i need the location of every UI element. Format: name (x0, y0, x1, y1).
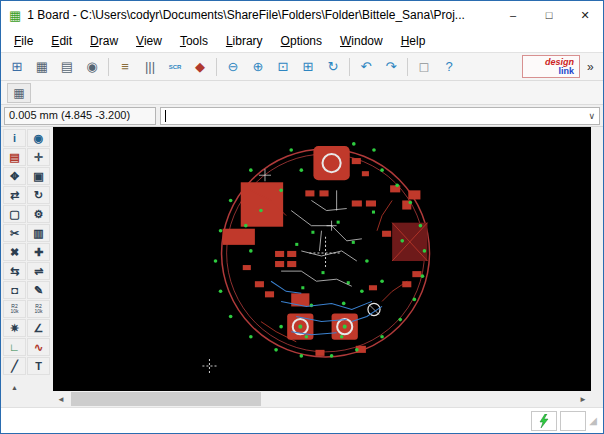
tool-palette: i ◉ ▤ ✛ ✥ ▣ ⇄ ↻ ▢ ⚙ ✂ ▥ ✖ ✚ ⇆ ⇌ ◘ ✎ R2 1… (1, 127, 53, 407)
image-export-icon[interactable]: ◉ (80, 55, 104, 79)
drc-errors-button[interactable] (531, 411, 557, 431)
app-window: ▦ 1 Board - C:\Users\codyr\Documents\Sha… (0, 0, 604, 434)
scrollbar-track[interactable] (69, 391, 575, 407)
coordinate-readout: 0.005 mm (4.845 -3.200) (4, 107, 156, 125)
app-icon: ▦ (9, 8, 21, 23)
lock-icon[interactable]: ◘ (3, 281, 26, 299)
toolbar-overflow-chevron[interactable]: » (581, 59, 599, 75)
value-icon[interactable]: R2 10k (27, 300, 50, 318)
mirror-icon[interactable]: ⇄ (3, 186, 26, 204)
wire-icon[interactable]: ╱ (3, 357, 26, 375)
toolbar-separator (407, 58, 408, 76)
menu-options[interactable]: Options (272, 31, 331, 51)
design-link-line2: link (558, 67, 574, 76)
rotate-icon[interactable]: ↻ (27, 186, 50, 204)
main-area: i ◉ ▤ ✛ ✥ ▣ ⇄ ↻ ▢ ⚙ ✂ ▥ ✖ ✚ ⇆ ⇌ ◘ ✎ R2 1… (1, 127, 603, 407)
add-icon[interactable]: ✚ (27, 243, 50, 261)
secondary-toolbar: ▦ (1, 81, 603, 105)
undo-icon[interactable]: ↶ (354, 55, 378, 79)
menu-view[interactable]: View (127, 31, 171, 51)
ripup-icon[interactable]: ∿ (27, 338, 50, 356)
window-title: 1 Board - C:\Users\codyr\Documents\Share… (27, 8, 495, 22)
columns-icon[interactable]: ||| (138, 55, 162, 79)
name-icon[interactable]: R2 10k (3, 300, 26, 318)
zoom-select-icon[interactable]: ⊞ (296, 55, 320, 79)
main-toolbar: ⊞ ▦ ▤ ◉ ≡ ||| SCR ◆ ⊖ ⊕ ⊡ ⊞ ↻ ↶ ↷ ◻ ? de… (1, 53, 603, 81)
scrollbar-thumb[interactable] (71, 392, 261, 406)
title-bar[interactable]: ▦ 1 Board - C:\Users\codyr\Documents\Sha… (1, 1, 603, 29)
scroll-right-icon[interactable]: ► (575, 391, 591, 407)
menu-draw[interactable]: Draw (81, 31, 127, 51)
scroll-left-icon[interactable]: ◄ (53, 391, 69, 407)
mark-icon[interactable]: ✛ (27, 148, 50, 166)
traces-white (259, 154, 380, 334)
miter-icon[interactable]: ∠ (27, 319, 50, 337)
info-icon[interactable]: i (3, 129, 26, 147)
open-board-icon[interactable]: ⊞ (5, 55, 29, 79)
minimize-button[interactable]: – (495, 1, 531, 29)
move-icon[interactable]: ✥ (3, 167, 26, 185)
route-icon[interactable]: ∟ (3, 338, 26, 356)
copy-icon[interactable]: ▣ (27, 167, 50, 185)
zoom-fit-icon[interactable]: ⊡ (271, 55, 295, 79)
text-caret (165, 110, 166, 122)
toolbar-separator (349, 58, 350, 76)
display-layers-icon[interactable]: ▤ (3, 148, 26, 166)
menu-library[interactable]: Library (217, 31, 272, 51)
pcb-drawing (53, 127, 591, 391)
redo-icon[interactable]: ↷ (379, 55, 403, 79)
menu-file[interactable]: File (5, 31, 42, 51)
resize-grip[interactable]: ◢ (589, 415, 597, 426)
zoom-out-icon[interactable]: ⊖ (221, 55, 245, 79)
replace-icon[interactable]: ⇌ (27, 262, 50, 280)
change-icon[interactable]: ⚙ (27, 205, 50, 223)
show-icon[interactable]: ◉ (27, 129, 50, 147)
coordinate-bar: 0.005 mm (4.845 -3.200) ∨ (1, 105, 603, 127)
cut-icon[interactable]: ✂ (3, 224, 26, 242)
paste-icon[interactable]: ▥ (27, 224, 50, 242)
menu-window[interactable]: Window (331, 31, 392, 51)
script-icon[interactable]: ≡ (113, 55, 137, 79)
text-icon[interactable]: T (27, 357, 50, 375)
lightning-icon (538, 414, 550, 428)
pinswap-icon[interactable]: ⇆ (3, 262, 26, 280)
print-icon[interactable]: ▤ (55, 55, 79, 79)
status-extra-button[interactable] (560, 411, 586, 431)
smash-icon[interactable]: ✷ (3, 319, 26, 337)
pen-icon[interactable]: ✎ (27, 281, 50, 299)
zoom-in-icon[interactable]: ⊕ (246, 55, 270, 79)
grid-settings-icon[interactable]: ▦ (7, 83, 31, 103)
zoom-redraw-icon[interactable]: ↻ (321, 55, 345, 79)
palette-scroll-up-icon[interactable]: ▲ (3, 380, 26, 394)
canvas-column: ◄ ► (53, 127, 591, 407)
save-icon[interactable]: ▦ (30, 55, 54, 79)
ulp-icon[interactable]: ◆ (188, 55, 212, 79)
horizontal-scrollbar[interactable]: ◄ ► (53, 391, 591, 407)
menu-help[interactable]: Help (392, 31, 435, 51)
group-icon[interactable]: ▢ (3, 205, 26, 223)
scr-icon[interactable]: SCR (163, 55, 187, 79)
menu-bar: File Edit Draw View Tools Library Option… (1, 29, 603, 53)
delete-icon[interactable]: ✖ (3, 243, 26, 261)
maximize-button[interactable]: □ (531, 1, 567, 29)
toolbar-separator (108, 58, 109, 76)
menu-tools[interactable]: Tools (171, 31, 217, 51)
command-input[interactable]: ∨ (160, 107, 600, 125)
help-icon[interactable]: ? (437, 55, 461, 79)
toolbar-separator (216, 58, 217, 76)
close-button[interactable]: ✕ (567, 1, 603, 29)
stop-icon[interactable]: ◻ (412, 55, 436, 79)
design-link-button[interactable]: design link (522, 55, 580, 78)
status-bar: ◢ (1, 407, 603, 433)
chevron-down-icon[interactable]: ∨ (588, 111, 595, 121)
pcb-canvas[interactable] (53, 127, 591, 391)
menu-edit[interactable]: Edit (42, 31, 81, 51)
